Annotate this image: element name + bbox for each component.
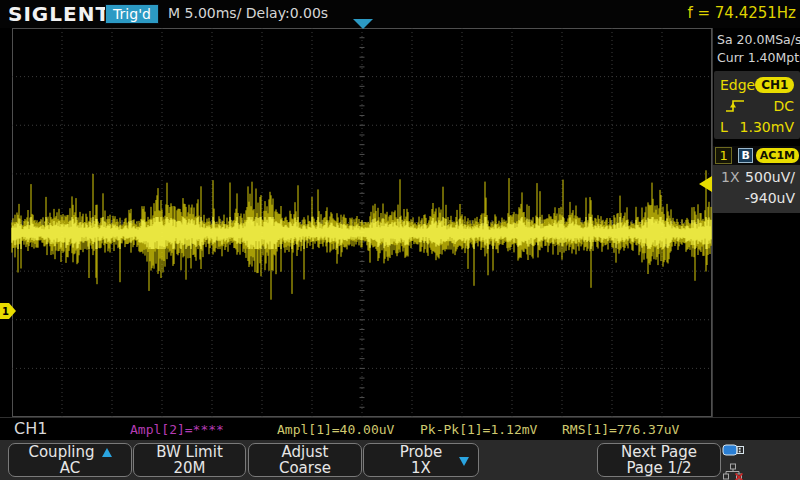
channel-descriptor[interactable]: 1 B AC1M 1X 500uV/ -940uV (713, 146, 800, 213)
measurement-ampl2: Ampl[2]=**** (130, 422, 224, 437)
trigger-position-indicator[interactable] (353, 19, 373, 29)
trigger-source-badge[interactable]: CH1 (755, 77, 794, 93)
down-arrow-icon (459, 457, 469, 466)
channel-settings: 1X 500uV/ -940uV (713, 165, 800, 213)
softkey-next-page-label: Next Page (598, 444, 720, 460)
oscilloscope-screen: SIGLENT Trig'd M 5.00ms/ Delay:0.00s f =… (0, 0, 800, 480)
measurement-rms: RMS[1]=776.37uV (562, 422, 679, 437)
softkey-menu: Coupling AC BW Limit 20M Adjust Coarse P… (0, 440, 800, 480)
probe-attenuation: 1X (721, 167, 740, 188)
channel1-ground-marker-label: 1 (2, 306, 9, 317)
trigger-level-value: 1.30mV (740, 119, 794, 135)
waveform-display: 1 (0, 28, 712, 417)
channel-number: 1 (715, 147, 732, 164)
trigger-level-label: L (720, 119, 728, 135)
usb-icon (722, 443, 746, 458)
softkey-adjust-label: Adjust (249, 444, 361, 460)
rising-edge-icon (724, 97, 746, 114)
channel-coupling-badge: AC1M (756, 148, 799, 163)
softkey-next-page[interactable]: Next Page Page 1/2 (597, 443, 721, 477)
softkey-probe[interactable]: Probe 1X (363, 443, 479, 477)
display-area: 1 Sa 20.0MSa/s Curr 1.40Mpts Edge CH1 DC (0, 28, 800, 417)
softkey-bw-limit[interactable]: BW Limit 20M (133, 443, 246, 477)
sample-rate: Sa 20.0MSa/s (717, 31, 800, 49)
measurement-bar: CH1 Ampl[2]=**** Ampl[1]=40.00uV Pk-Pk[1… (0, 417, 800, 441)
measurement-pkpk: Pk-Pk[1]=1.12mV (420, 422, 537, 437)
bw-limit-badge: B (738, 148, 752, 163)
softkey-adjust-value: Coarse (249, 460, 361, 476)
trigger-status-badge: Trig'd (105, 4, 159, 24)
softkey-coupling-value: AC (9, 460, 131, 476)
volts-per-div: 500uV/ (745, 167, 795, 188)
softkey-bw-limit-value: 20M (134, 460, 245, 476)
softkey-coupling[interactable]: Coupling AC (8, 443, 132, 477)
timebase-readout: M 5.00ms/ Delay:0.00s (168, 5, 328, 21)
brand-logo: SIGLENT (8, 2, 110, 26)
channel-header: 1 B AC1M (713, 146, 800, 165)
status-bar: SIGLENT Trig'd M 5.00ms/ Delay:0.00s f =… (0, 0, 800, 28)
trigger-coupling: DC (773, 98, 794, 114)
memory-depth: Curr 1.40Mpts (717, 49, 800, 67)
acquisition-info: Sa 20.0MSa/s Curr 1.40Mpts (713, 28, 800, 67)
lan-disconnected-icon (722, 463, 746, 480)
io-status-icons (722, 443, 752, 479)
up-arrow-icon (102, 448, 112, 457)
softkey-adjust[interactable]: Adjust Coarse (248, 443, 362, 477)
right-sidebar: Sa 20.0MSa/s Curr 1.40Mpts Edge CH1 DC L (712, 28, 800, 417)
channel-label: CH1 (14, 419, 47, 438)
softkey-next-page-value: Page 1/2 (598, 460, 720, 476)
softkey-bw-limit-label: BW Limit (134, 444, 245, 460)
trigger-type-label: Edge (720, 77, 755, 93)
frequency-counter: f = 74.4251Hz (687, 4, 796, 22)
measurement-ampl1: Ampl[1]=40.00uV (277, 422, 394, 437)
channel-offset: -940uV (745, 188, 795, 209)
trigger-panel[interactable]: Edge CH1 DC L 1.30mV (714, 71, 800, 139)
